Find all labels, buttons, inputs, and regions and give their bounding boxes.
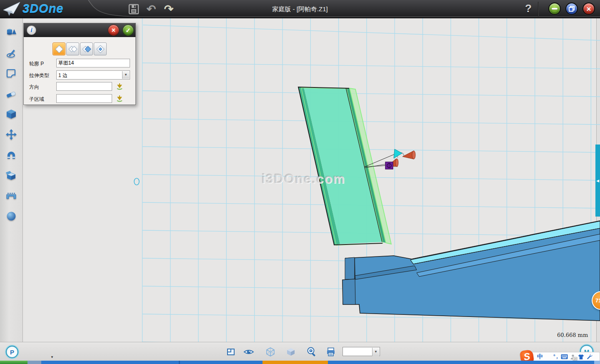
titlebar-swoosh xyxy=(0,0,600,18)
shaded-display-button[interactable] xyxy=(285,347,296,357)
zoom-window-button[interactable] xyxy=(306,347,317,357)
boolean-base-button[interactable] xyxy=(52,42,65,55)
open-box-icon xyxy=(5,170,17,181)
ime-punctuation-mode[interactable]: °， xyxy=(553,353,559,360)
ime-settings-wrench-icon[interactable] xyxy=(586,354,592,360)
magnet-icon xyxy=(5,149,17,161)
profile-input[interactable] xyxy=(56,59,130,67)
feature-cube-icon xyxy=(5,108,17,120)
sidebar-item-sketch[interactable] xyxy=(5,47,18,59)
help-button[interactable]: ? xyxy=(522,2,535,16)
info-icon[interactable]: i xyxy=(27,25,36,35)
view-scale-select[interactable]: ▼ xyxy=(342,347,380,356)
boolean-intersect-button[interactable] xyxy=(94,42,107,55)
direction-input[interactable] xyxy=(56,82,112,91)
subregion-label: 子区域 xyxy=(29,96,44,103)
dialog-confirm-button[interactable]: ✓ xyxy=(122,25,134,36)
sidebar-item-measure[interactable] xyxy=(5,190,18,202)
sidebar-item-move[interactable] xyxy=(5,129,18,140)
ime-account-icon[interactable]: 14 xyxy=(570,354,576,360)
view-toolbar: P ▼ xyxy=(0,342,600,361)
window-title: 家庭版 - [阿帕奇.Z1] xyxy=(0,0,600,18)
ime-fullhalf-moon-icon[interactable] xyxy=(545,354,551,360)
title-bar: 3DOne ↶ ↷ 家庭版 - [阿帕奇.Z1] ? × xyxy=(0,0,600,18)
primitives-icon xyxy=(5,27,17,38)
view-plane-icon xyxy=(226,347,236,357)
eraser-icon xyxy=(5,88,17,100)
subregion-input[interactable] xyxy=(56,94,112,103)
os-taskbar-strip[interactable] xyxy=(0,361,600,364)
taskbar-item-segment[interactable] xyxy=(28,361,41,364)
ime-account-badge: 14 xyxy=(572,357,578,361)
print-preview-button[interactable] xyxy=(325,347,336,357)
caliper-icon xyxy=(5,190,17,202)
restore-icon xyxy=(569,6,575,12)
collapsed-panel-tab[interactable]: ◀ xyxy=(595,145,600,217)
printer-icon xyxy=(326,347,336,357)
extrude-type-select[interactable]: 1 边 ▼ xyxy=(56,70,130,80)
save-button[interactable] xyxy=(128,3,140,15)
extrude-type-value: 1 边 xyxy=(58,72,68,79)
wireframe-display-button[interactable] xyxy=(265,347,276,357)
extrude-type-label: 拉伸类型 xyxy=(29,72,49,79)
surface-icon xyxy=(5,67,17,79)
direction-pick-button[interactable] xyxy=(116,82,123,90)
profile-label: 轮廓 P xyxy=(29,60,44,67)
ime-soft-keyboard-icon[interactable] xyxy=(561,354,568,359)
confirm-check-icon: ✓ xyxy=(125,27,131,34)
redo-button[interactable]: ↷ xyxy=(162,3,175,15)
extrude-dialog: i × ✓ xyxy=(23,23,136,105)
sidebar-item-assembly-box[interactable] xyxy=(5,170,18,181)
direction-label: 方向 xyxy=(29,84,39,91)
tool-sidebar xyxy=(0,18,23,342)
subregion-pick-button[interactable] xyxy=(116,94,123,102)
extrude-dialog-header[interactable]: i × ✓ xyxy=(24,23,135,37)
paper-plane-icon xyxy=(2,1,21,17)
visibility-button[interactable] xyxy=(243,347,254,357)
close-icon: × xyxy=(586,5,591,13)
chevron-left-icon: ◀ xyxy=(596,179,599,183)
measurement-label: 60.668 mm xyxy=(557,332,588,338)
sidebar-item-sketch-surface[interactable] xyxy=(5,67,18,79)
minimize-icon xyxy=(552,8,558,10)
redo-icon: ↷ xyxy=(164,3,174,15)
quick-access-p-button[interactable]: P xyxy=(6,346,18,358)
boolean-add-button[interactable] xyxy=(66,42,79,55)
move-arrows-icon xyxy=(5,129,17,140)
diamond-add-icon xyxy=(68,44,78,54)
diamond-base-icon xyxy=(54,44,64,54)
diamond-subtract-icon xyxy=(82,44,92,54)
close-button[interactable]: × xyxy=(582,2,595,15)
pick-arrow-icon xyxy=(116,94,123,102)
combo-dropdown-icon[interactable]: ▼ xyxy=(372,348,379,356)
eye-icon xyxy=(243,347,254,357)
undo-button[interactable]: ↶ xyxy=(145,3,158,15)
taskbar-divider xyxy=(179,361,180,364)
sketch-pen-icon xyxy=(5,47,17,59)
sidebar-item-magnet[interactable] xyxy=(5,149,18,161)
boolean-mode-row xyxy=(52,42,107,55)
app-name: 3DOne xyxy=(22,2,63,16)
wireframe-cube-icon xyxy=(265,347,275,357)
ime-language-mode[interactable]: 中 xyxy=(537,353,543,361)
dialog-cancel-button[interactable]: × xyxy=(108,25,119,36)
app-logo[interactable]: 3DOne xyxy=(2,1,63,17)
pick-arrow-icon xyxy=(116,82,123,90)
sidebar-item-feature-cube[interactable] xyxy=(5,108,18,120)
taskbar-active-segment[interactable] xyxy=(262,361,328,364)
combo-dropdown-icon[interactable]: ▼ xyxy=(122,71,129,79)
sidebar-item-render-sphere[interactable] xyxy=(5,210,18,222)
titlebar-divider xyxy=(538,2,539,17)
origin-marker[interactable] xyxy=(134,178,139,185)
boolean-subtract-button[interactable] xyxy=(80,42,93,55)
sidebar-item-primitives[interactable] xyxy=(5,27,18,38)
view-plane-button[interactable] xyxy=(225,347,236,357)
cancel-x-icon: × xyxy=(112,27,115,34)
sidebar-item-eraser[interactable] xyxy=(5,88,18,100)
taskbar-start-segment[interactable] xyxy=(0,361,28,364)
ime-skin-shirt-icon[interactable] xyxy=(578,354,584,360)
taskbar-tray-segment[interactable] xyxy=(594,361,600,364)
minimize-button[interactable] xyxy=(548,2,561,15)
quick-access-caret-icon[interactable]: ▼ xyxy=(50,355,54,359)
restore-button[interactable] xyxy=(565,2,578,15)
